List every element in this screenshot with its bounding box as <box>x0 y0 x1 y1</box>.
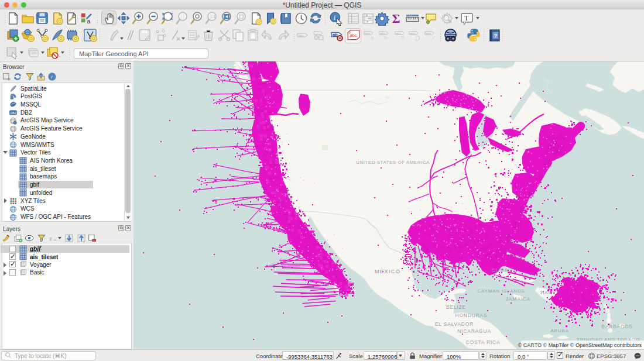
svg-text:© CARTO © MapTiler © OpenStree: © CARTO © MapTiler © OpenStreetMap contr… <box>518 342 642 348</box>
svg-text:CUBA: CUBA <box>491 267 508 273</box>
svg-text:i: i <box>333 13 335 22</box>
svg-text:T: T <box>464 14 468 22</box>
svg-text:abc: abc <box>299 34 304 37</box>
svg-text:HONDURAS: HONDURAS <box>455 312 487 318</box>
svg-text:Σ: Σ <box>392 12 400 25</box>
svg-text:abc: abc <box>410 32 416 35</box>
svg-text:BELIZE: BELIZE <box>446 304 466 310</box>
svg-text:EL SALVADOR: EL SALVADOR <box>435 321 474 327</box>
svg-text:abc: abc <box>381 32 386 35</box>
svg-text:MÉXICO: MÉXICO <box>375 268 401 274</box>
svg-text:?: ? <box>494 32 497 39</box>
svg-text:CAYMAN ISLANDS: CAYMAN ISLANDS <box>477 288 525 294</box>
svg-text:JAMAICA: JAMAICA <box>506 296 530 302</box>
svg-text:UNITED STATES OF AMERICA: UNITED STATES OF AMERICA <box>356 160 430 165</box>
svg-text:abc: abc <box>396 32 402 35</box>
svg-text:abc: abc <box>365 32 371 35</box>
svg-text:ab: ab <box>332 32 337 37</box>
svg-text:ARUBA: ARUBA <box>550 328 569 334</box>
svg-text:HAITI: HAITI <box>540 290 556 295</box>
svg-text:BARBADOS: BARBADOS <box>601 324 633 329</box>
svg-text:1:1: 1:1 <box>210 15 216 19</box>
svg-text:NICARAGUA: NICARAGUA <box>457 328 491 334</box>
svg-text:COSTA RICA: COSTA RICA <box>466 339 501 345</box>
svg-text:DB2: DB2 <box>11 112 16 115</box>
svg-text:abc: abc <box>426 32 431 35</box>
svg-text:a: a <box>87 18 90 25</box>
svg-text:ε: ε <box>50 235 52 242</box>
svg-text:abc: abc <box>350 33 357 38</box>
